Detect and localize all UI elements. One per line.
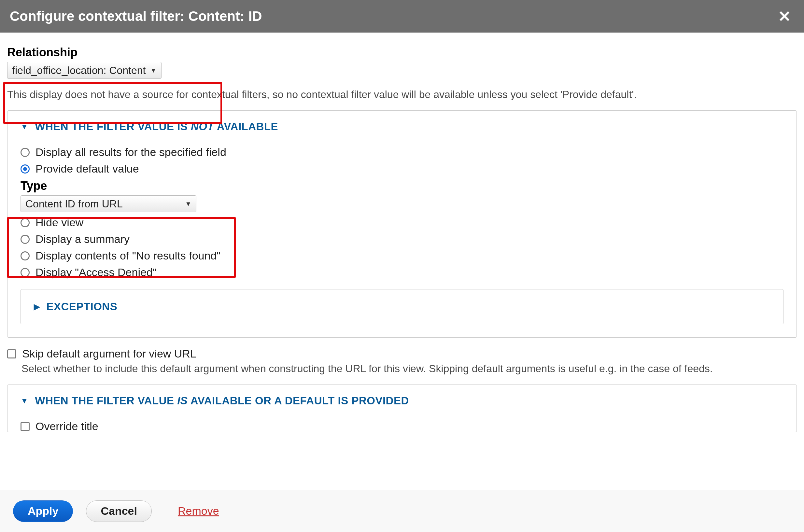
remove-link[interactable]: Remove — [178, 505, 219, 517]
radio-provide-default[interactable]: Provide default value — [20, 163, 784, 175]
fieldset-not-available: ▼ WHEN THE FILTER VALUE IS NOT AVAILABLE… — [7, 110, 797, 338]
radio-display-summary[interactable]: Display a summary — [20, 233, 784, 246]
dialog-footer: Apply Cancel Remove — [0, 490, 804, 532]
override-title-checkbox-row[interactable]: Override title — [20, 420, 784, 432]
legend-text-pre: WHEN THE FILTER VALUE IS — [35, 120, 191, 133]
radio-icon — [20, 148, 30, 157]
radio-access-denied[interactable]: Display "Access Denied" — [20, 266, 784, 279]
default-value-type-block: Type Content ID from URL ▼ — [20, 179, 784, 212]
fieldset-exceptions: ▶ EXCEPTIONS — [20, 289, 784, 324]
type-label: Type — [20, 179, 784, 193]
chevron-down-icon: ▼ — [150, 67, 157, 74]
radio-icon — [20, 268, 30, 277]
checkbox-icon — [7, 349, 16, 359]
skip-default-checkbox-row[interactable]: Skip default argument for view URL — [7, 347, 797, 360]
legend-text-em: IS — [177, 395, 188, 407]
relationship-select-value: field_office_location: Content — [12, 64, 146, 77]
radio-label: Display a summary — [36, 233, 130, 246]
checkbox-icon — [20, 422, 30, 431]
radio-label: Hide view — [36, 216, 83, 229]
radio-icon — [20, 218, 30, 227]
fieldset-exceptions-legend[interactable]: ▶ EXCEPTIONS — [34, 301, 770, 313]
fieldset-not-available-legend[interactable]: ▼ WHEN THE FILTER VALUE IS NOT AVAILABLE — [20, 120, 784, 133]
contextual-note: This display does not have a source for … — [7, 89, 797, 101]
radio-label: Display "Access Denied" — [36, 266, 157, 279]
caret-down-icon: ▼ — [20, 396, 28, 405]
relationship-label: Relationship — [7, 45, 797, 59]
exceptions-heading: EXCEPTIONS — [46, 301, 118, 313]
apply-button-label: Apply — [28, 505, 58, 517]
radio-icon — [20, 165, 30, 173]
legend-text-em: NOT — [191, 120, 214, 133]
radio-icon — [20, 251, 30, 261]
type-select-value: Content ID from URL — [25, 198, 123, 210]
close-icon[interactable]: ✕ — [775, 7, 794, 25]
skip-default-description: Select whether to include this default a… — [21, 363, 797, 375]
chevron-down-icon: ▼ — [185, 200, 191, 208]
radio-icon — [20, 235, 30, 244]
dialog-titlebar: Configure contextual filter: Content: ID… — [0, 0, 804, 33]
fieldset-is-available: ▼ WHEN THE FILTER VALUE IS AVAILABLE OR … — [7, 384, 797, 432]
fieldset-is-available-legend[interactable]: ▼ WHEN THE FILTER VALUE IS AVAILABLE OR … — [20, 395, 784, 407]
override-title-label: Override title — [36, 420, 98, 432]
radio-label: Provide default value — [36, 163, 139, 175]
not-available-options: Display all results for the specified fi… — [20, 146, 784, 324]
dialog-title: Configure contextual filter: Content: ID — [10, 8, 262, 24]
radio-no-results[interactable]: Display contents of "No results found" — [20, 249, 784, 262]
skip-default-label: Skip default argument for view URL — [22, 347, 196, 360]
caret-down-icon: ▼ — [20, 122, 28, 131]
type-select[interactable]: Content ID from URL ▼ — [20, 195, 196, 212]
dialog-body: Relationship field_office_location: Cont… — [0, 33, 804, 490]
apply-button[interactable]: Apply — [13, 500, 73, 522]
cancel-button-label: Cancel — [101, 505, 137, 517]
legend-text-post: AVAILABLE OR A DEFAULT IS PROVIDED — [188, 395, 409, 407]
caret-right-icon: ▶ — [34, 302, 40, 311]
radio-label: Display all results for the specified fi… — [36, 146, 226, 158]
relationship-select[interactable]: field_office_location: Content ▼ — [7, 62, 161, 79]
radio-display-all[interactable]: Display all results for the specified fi… — [20, 146, 784, 158]
legend-text-pre: WHEN THE FILTER VALUE — [35, 395, 177, 407]
legend-text-post: AVAILABLE — [214, 120, 278, 133]
cancel-button[interactable]: Cancel — [86, 500, 152, 522]
radio-label: Display contents of "No results found" — [36, 249, 221, 262]
radio-hide-view[interactable]: Hide view — [20, 216, 784, 229]
